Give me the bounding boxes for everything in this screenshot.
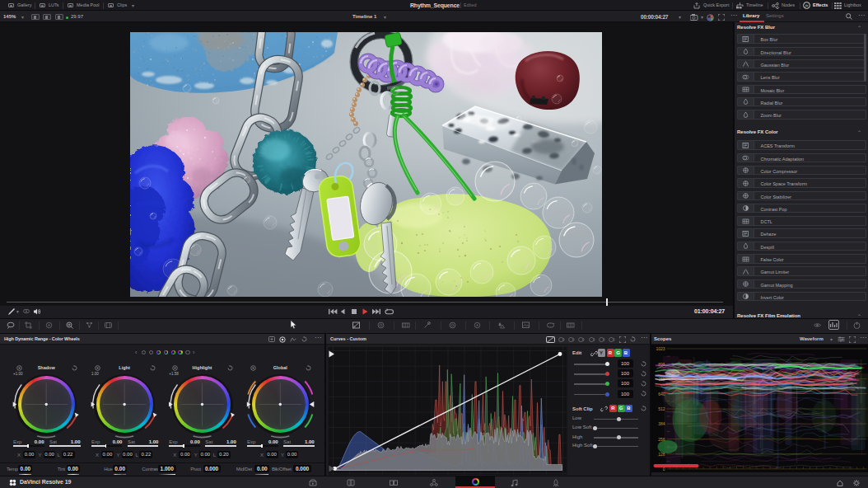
svg-text:512: 512 [658, 406, 665, 411]
svg-text:384: 384 [658, 421, 665, 426]
svg-text:fx: fx [805, 3, 808, 7]
svg-text:1023: 1023 [656, 346, 665, 351]
